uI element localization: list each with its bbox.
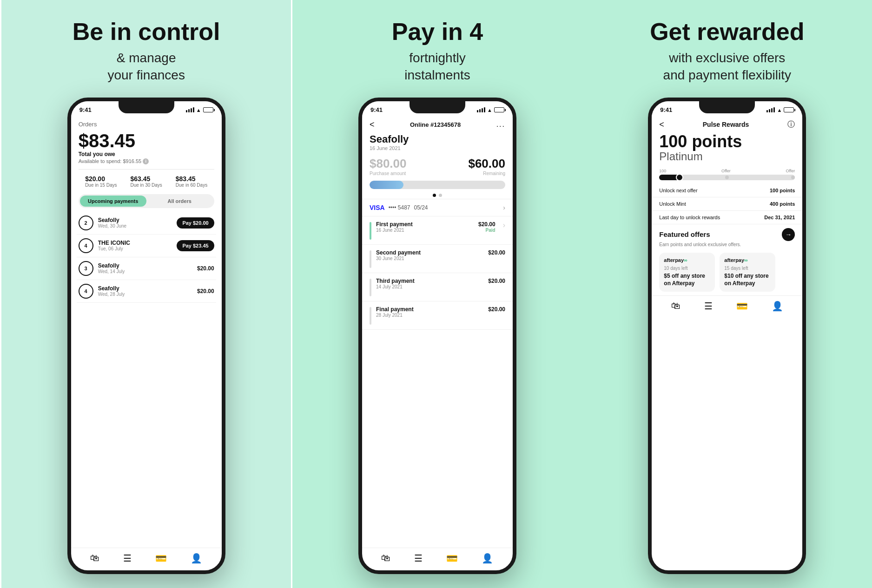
panel-3-title: Get rewarded	[650, 19, 804, 45]
payment-bar-1	[370, 222, 371, 240]
p2-nav-title: Online #12345678	[410, 121, 461, 128]
item-icon-1: 2	[79, 216, 93, 230]
nav-profile-icon-2[interactable]: 👤	[482, 553, 493, 564]
signal-bars-2	[477, 107, 485, 112]
reward-value-1: 100 points	[770, 188, 795, 193]
payment-amount-2: $20.00	[488, 249, 505, 256]
payment-right-1: $20.00 Paid	[478, 221, 495, 233]
nav-bag-icon[interactable]: 🛍	[90, 553, 99, 564]
offer-logo-1: afterpay∞	[664, 257, 710, 263]
payment-name-3: Third payment	[376, 278, 483, 284]
item-name-1: Seafolly	[98, 217, 172, 223]
nav-profile-icon[interactable]: 👤	[191, 553, 202, 564]
payment-amount-1: $20.00	[478, 221, 495, 228]
rewards-list: Unlock next offer 100 points Unlock Mint…	[652, 184, 802, 224]
chevron-right-icon[interactable]: ›	[503, 221, 505, 229]
nav-card-icon[interactable]: 💳	[155, 553, 167, 564]
panel-3: Get rewarded with exclusive offersand pa…	[582, 0, 872, 588]
progress-label-offer1: Offer	[721, 169, 731, 173]
due-label-3: Due in 60 Days	[176, 183, 207, 188]
notch-2	[410, 101, 465, 113]
info-icon-3[interactable]: ⓘ	[787, 120, 795, 130]
featured-arrow[interactable]: →	[782, 228, 795, 241]
due-amount-1: $20.00	[85, 175, 117, 183]
item-info-2: THE ICONIC Tue, 06 July	[98, 240, 172, 251]
tabs-row: Upcoming payments All orders	[79, 194, 214, 208]
item-info-3: Seafolly Wed, 14 July	[98, 262, 192, 274]
nav-orders-icon[interactable]: ☰	[123, 553, 132, 564]
offer-card-1[interactable]: afterpay∞ 10 days left $5 off any store …	[659, 253, 715, 292]
back-button[interactable]: <	[370, 120, 375, 130]
offer-days-1: 10 days left	[664, 266, 710, 271]
list-item: 4 THE ICONIC Tue, 06 July Pay $23.45	[77, 235, 216, 257]
signal-bars-3	[766, 107, 775, 112]
featured-title: Featured offers	[659, 230, 710, 238]
card-expiry: 05/24	[414, 204, 428, 211]
payment-bar-4	[370, 307, 371, 325]
payment-name-2: Second payment	[376, 249, 483, 256]
offer-text-1: $5 off any store on Afterpay	[664, 273, 710, 287]
list-item: 2 Seafolly Wed, 30 June Pay $20.00	[77, 212, 216, 235]
reward-name-3: Last day to unlock rewards	[659, 215, 720, 220]
item-name-3: Seafolly	[98, 262, 192, 269]
more-icon[interactable]: ...	[496, 120, 505, 129]
payment-amount-3: $20.00	[488, 278, 505, 284]
back-button-3[interactable]: <	[659, 120, 664, 130]
purchase-section: $80.00 Purchase amount	[370, 157, 407, 176]
balance-amount: $83.45	[79, 131, 214, 150]
reward-item-2: Unlock Mint 400 points	[652, 197, 802, 211]
bottom-nav-2: 🛍 ☰ 💳 👤	[362, 548, 513, 570]
screen-1: Orders $83.45 Total you owe Available to…	[71, 117, 222, 570]
p3-nav-bar: < Pulse Rewards ⓘ	[652, 117, 802, 131]
item-date-1: Wed, 30 June	[98, 223, 172, 229]
pay-btn-2[interactable]: Pay $23.45	[177, 240, 214, 251]
nav-bag-icon-3[interactable]: 🛍	[671, 301, 680, 312]
nav-bag-icon-2[interactable]: 🛍	[381, 553, 390, 564]
signal-bar-9	[766, 110, 768, 112]
progress-labels: 100 Offer Offer	[659, 169, 795, 173]
card-info: VISA •••• 5487 05/24	[370, 204, 428, 211]
nav-orders-icon-3[interactable]: ☰	[704, 301, 713, 312]
featured-section: Featured offers → Earn points and unlock…	[652, 224, 802, 249]
nav-card-icon-3[interactable]: 💳	[736, 301, 748, 312]
battery-icon-1	[203, 107, 213, 112]
item-date-2: Tue, 06 July	[98, 246, 172, 251]
nav-card-icon-2[interactable]: 💳	[446, 553, 458, 564]
payment-date-2: 30 June 2021	[376, 256, 483, 261]
points-section: 100 points Platinum	[652, 131, 802, 167]
card-row[interactable]: VISA •••• 5487 05/24 ›	[362, 199, 513, 216]
info-icon[interactable]: i	[143, 158, 149, 164]
progress-mid-dot	[725, 176, 729, 179]
reward-value-3: Dec 31, 2021	[764, 215, 795, 220]
featured-subtitle: Earn points and unlock exclusive offers.	[659, 242, 795, 247]
battery-icon-3	[784, 107, 794, 112]
offer-logo-2: afterpay∞	[724, 257, 771, 263]
payment-date-4: 28 July 2021	[376, 313, 483, 318]
notch-1	[119, 101, 174, 113]
payment-progress	[370, 181, 505, 189]
offer-card-2[interactable]: afterpay∞ 15 days left $10 off any store…	[720, 253, 775, 292]
tab-upcoming[interactable]: Upcoming payments	[80, 196, 146, 207]
reward-item-3: Last day to unlock rewards Dec 31, 2021	[652, 211, 802, 224]
merchant-info: Seafolly 16 June 2021	[362, 131, 513, 153]
chevron-right-icon[interactable]: ›	[503, 204, 505, 211]
panel-2-title: Pay in 4	[392, 19, 483, 45]
payment-amount-4: $20.00	[488, 306, 505, 313]
item-date-4: Wed, 28 July	[98, 292, 192, 297]
progress-label-offer2: Offer	[786, 169, 795, 173]
reward-name-2: Unlock Mint	[659, 201, 686, 207]
merchant-date: 16 June 2021	[370, 145, 505, 151]
card-number: •••• 5487	[389, 204, 410, 211]
item-name-4: Seafolly	[98, 285, 192, 292]
payment-info-1: First payment 16 June 2021	[376, 221, 474, 233]
points-amount: 100 points	[659, 133, 795, 150]
pay-btn-1[interactable]: Pay $20.00	[177, 217, 214, 229]
status-icons-3: ▲	[766, 107, 794, 113]
purchase-amount: $80.00	[370, 157, 407, 171]
list-item: 3 Seafolly Wed, 14 July $20.00	[77, 257, 216, 280]
dot-1	[433, 194, 436, 197]
tab-all-orders[interactable]: All orders	[146, 196, 213, 207]
nav-profile-icon-3[interactable]: 👤	[772, 301, 783, 312]
due-label-1: Due in 15 Days	[85, 183, 117, 188]
nav-orders-icon-2[interactable]: ☰	[414, 553, 423, 564]
